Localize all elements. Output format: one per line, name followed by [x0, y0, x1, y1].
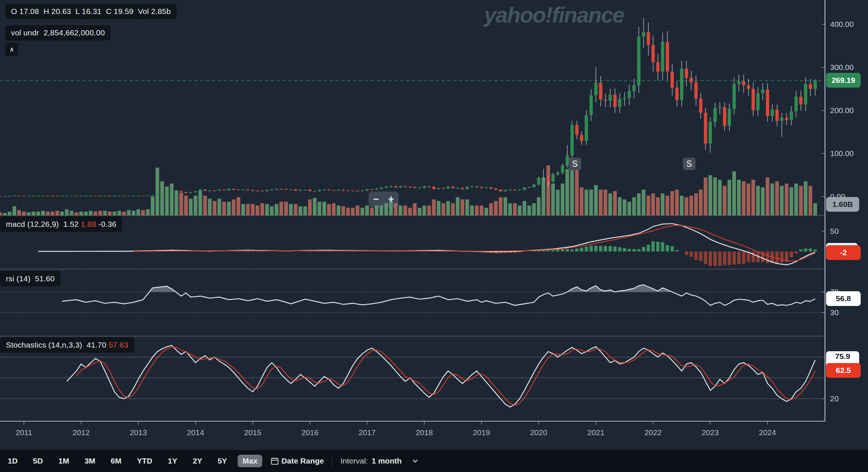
year-axis-label: 2024 — [759, 428, 776, 437]
chart-app: 400.00300.00200.00100.000.00507030202011… — [0, 0, 868, 472]
current-price-badge: 269.19 — [826, 73, 861, 88]
year-axis-label: 2017 — [359, 428, 376, 437]
interval-label: Interval: — [341, 457, 368, 465]
year-axis-label: 2011 — [15, 428, 32, 437]
chevron-up-icon: ∧ — [10, 46, 14, 53]
range-button-max[interactable]: Max — [238, 455, 262, 467]
volume-readout: vol undr 2,854,662,000.00 — [5, 25, 111, 40]
year-axis-label: 2013 — [130, 428, 147, 437]
range-button-1m[interactable]: 1M — [54, 455, 74, 467]
rsi-value-badge: 56.8 — [826, 291, 861, 306]
year-axis-label: 2019 — [473, 428, 490, 437]
zoom-control: − + — [369, 191, 399, 207]
price-axis-label: 400.00 — [830, 20, 854, 28]
zoom-out-button[interactable]: − — [373, 194, 379, 204]
macd-axis-label: 50 — [830, 227, 839, 235]
range-button-1y[interactable]: 1Y — [163, 455, 182, 467]
year-axis-label: 2020 — [530, 428, 547, 437]
range-button-ytd[interactable]: YTD — [132, 455, 157, 467]
interval-value[interactable]: 1 month — [371, 457, 402, 465]
yahoo-finance-logo: yahoo!finance — [484, 2, 624, 28]
calendar-icon[interactable] — [270, 457, 279, 465]
split-marker[interactable]: S — [569, 158, 581, 170]
chevron-down-icon[interactable] — [411, 457, 419, 465]
stochastics-readout: Stochastics (14,n,3,3) 41.70 57.63 — [0, 337, 134, 353]
year-axis-label: 2016 — [301, 428, 319, 437]
year-axis-label: 2022 — [644, 428, 662, 437]
toolbar-divider — [332, 455, 332, 466]
chart-surface[interactable]: 400.00300.00200.00100.000.00507030202011… — [0, 0, 868, 450]
stoch-axis-label: 20 — [830, 394, 839, 403]
volume-value-badge: 1.60B — [826, 197, 859, 212]
macd-value-badge: -2 — [826, 245, 861, 260]
split-marker[interactable]: S — [683, 158, 696, 170]
macd-readout: macd (12,26,9) 1.52 1.88 -0.36 — [0, 216, 122, 232]
collapse-panel-button[interactable]: ∧ — [5, 43, 18, 56]
price-axis-label: 100.00 — [830, 149, 854, 158]
year-axis-label: 2023 — [702, 428, 719, 437]
rsi-axis-label: 30 — [830, 308, 839, 317]
range-button-5d[interactable]: 5D — [28, 455, 48, 467]
range-button-5y[interactable]: 5Y — [213, 455, 232, 467]
range-button-2y[interactable]: 2Y — [188, 455, 207, 467]
year-axis-label: 2014 — [187, 428, 204, 437]
rsi-readout: rsi (14) 51.60 — [0, 271, 61, 286]
date-range-button[interactable]: Date Range — [281, 457, 324, 465]
year-axis-label: 2018 — [416, 428, 433, 437]
range-button-1d[interactable]: 1D — [3, 455, 22, 467]
zoom-in-button[interactable]: + — [388, 194, 394, 204]
ohlc-readout: O 17.08 H 20.63 L 16.31 C 19.59 Vol 2.85… — [5, 4, 177, 19]
price-axis-label: 300.00 — [830, 63, 854, 71]
year-axis-label: 2012 — [72, 428, 90, 437]
year-axis-label: 2021 — [587, 428, 605, 437]
range-toolbar: 1D5D1M3M6MYTD1Y2Y5YMax Date Range Interv… — [0, 450, 868, 472]
range-button-group: 1D5D1M3M6MYTD1Y2Y5YMax — [0, 455, 265, 467]
range-button-6m[interactable]: 6M — [106, 455, 126, 467]
range-button-3m[interactable]: 3M — [80, 455, 100, 467]
stoch-d-badge: 62.5 — [826, 363, 861, 378]
year-axis-label: 2015 — [244, 428, 262, 437]
price-axis-label: 200.00 — [830, 106, 854, 115]
